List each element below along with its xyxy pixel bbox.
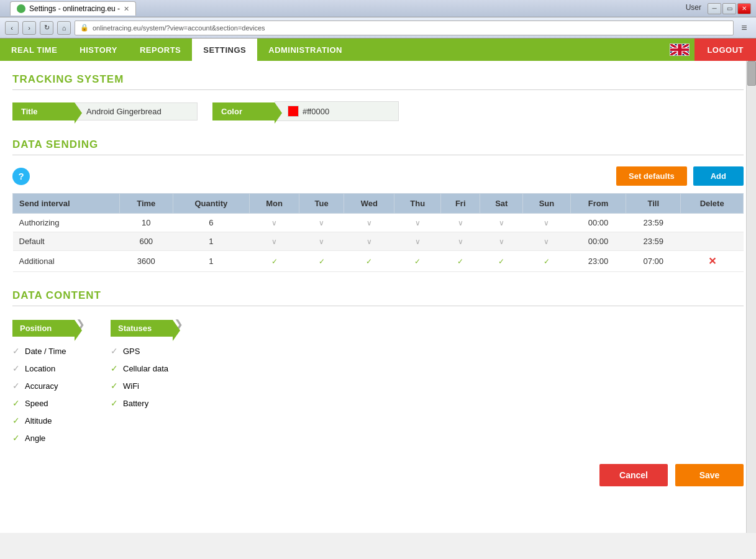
refresh-btn[interactable]: ↻ — [40, 21, 53, 35]
check-icon: ✓ — [111, 363, 118, 373]
td-tue[interactable]: ∨ — [299, 232, 344, 251]
item-label: Cellular data — [123, 364, 168, 373]
item-label: Date / Time — [25, 347, 66, 356]
td-sat[interactable]: ✓ — [480, 251, 523, 272]
td-tue[interactable]: ✓ — [299, 251, 344, 272]
td-sat[interactable]: ∨ — [480, 214, 523, 232]
th-time: Time — [119, 194, 173, 214]
item-label: Altitude — [25, 416, 52, 425]
position-items: ✓ Date / Time ✓ Location ✓ Accuracy ✓ Sp… — [12, 343, 86, 445]
td-sun[interactable]: ∨ — [523, 214, 570, 232]
save-btn[interactable]: Save — [675, 464, 744, 486]
delete-icon[interactable]: ✕ — [708, 256, 716, 266]
tracking-system-fields: Title Color #ff0000 — [12, 101, 744, 121]
data-sending-section: DATA SENDING ? Set defaults Add Send int… — [12, 139, 744, 272]
address-bar[interactable]: 🔒 onlinetracing.eu/system/?view=account&… — [75, 20, 734, 35]
table-row: Default 600 1 ∨ ∨ ∨ ∨ ∨ ∨ ∨ 00:00 23:59 — [13, 232, 744, 251]
tracking-system-title: TRACKING SYSTEM — [12, 73, 744, 90]
color-input-display[interactable]: #ff0000 — [275, 101, 399, 121]
tab-title: Settings - onlinetracing.eu - — [29, 4, 120, 13]
td-wed[interactable]: ∨ — [344, 214, 394, 232]
td-time: 600 — [119, 232, 173, 251]
color-swatch — [288, 106, 299, 117]
minimize-btn[interactable]: ─ — [708, 3, 721, 14]
nav-administration[interactable]: ADMINISTRATION — [257, 39, 353, 61]
set-defaults-btn[interactable]: Set defaults — [616, 166, 687, 186]
td-quantity: 6 — [173, 214, 250, 232]
action-row: Cancel Save — [12, 464, 744, 499]
statuses-item[interactable]: ✓ GPS — [111, 343, 184, 358]
help-btn[interactable]: ? — [12, 168, 30, 185]
position-item[interactable]: ✓ Speed — [12, 396, 86, 411]
dc-grid: Position ❯ ✓ Date / Time ✓ Location ✓ Ac… — [12, 317, 744, 445]
add-btn[interactable]: Add — [693, 166, 744, 186]
position-column: Position ❯ ✓ Date / Time ✓ Location ✓ Ac… — [12, 317, 86, 445]
position-label-row: Position ❯ — [12, 317, 86, 339]
position-item[interactable]: ✓ Date / Time — [12, 343, 86, 358]
forward-btn[interactable]: › — [22, 21, 36, 35]
td-thu[interactable]: ∨ — [394, 214, 441, 232]
cancel-btn[interactable]: Cancel — [599, 464, 668, 486]
home-btn[interactable]: ⌂ — [57, 21, 71, 35]
statuses-item[interactable]: ✓ Battery — [111, 396, 184, 411]
statuses-column: Statuses ❯ ✓ GPS ✓ Cellular data ✓ WiFi … — [111, 317, 184, 445]
nav-history[interactable]: HISTORY — [68, 39, 129, 61]
title-input[interactable] — [75, 102, 198, 120]
td-sat[interactable]: ∨ — [480, 232, 523, 251]
browser-titlebar: Settings - onlinetracing.eu - ✕ User ─ ▭… — [0, 0, 756, 17]
position-item[interactable]: ✓ Altitude — [12, 413, 86, 428]
td-mon[interactable]: ∨ — [250, 232, 299, 251]
td-thu[interactable]: ✓ — [394, 251, 441, 272]
td-tue[interactable]: ∨ — [299, 214, 344, 232]
back-btn[interactable]: ‹ — [5, 21, 19, 35]
td-fri[interactable]: ∨ — [441, 214, 480, 232]
td-fri[interactable]: ∨ — [441, 232, 480, 251]
logout-btn[interactable]: LOGOUT — [695, 39, 756, 61]
td-time: 3600 — [119, 251, 173, 272]
td-name: Additional — [13, 251, 120, 272]
td-sun[interactable]: ✓ — [523, 251, 570, 272]
statuses-item[interactable]: ✓ Cellular data — [111, 361, 184, 376]
check-icon: ✓ — [12, 381, 20, 391]
td-thu[interactable]: ∨ — [394, 232, 441, 251]
nav-settings[interactable]: SETTINGS — [192, 39, 257, 61]
td-sun[interactable]: ∨ — [523, 232, 570, 251]
td-from: 23:00 — [570, 251, 626, 272]
td-mon[interactable]: ✓ — [250, 251, 299, 272]
window-controls-right: User ─ ▭ ✕ — [681, 3, 751, 14]
color-label: Color — [212, 102, 275, 120]
item-label: Battery — [123, 399, 148, 408]
position-item[interactable]: ✓ Location — [12, 361, 86, 376]
td-delete[interactable]: ✕ — [681, 251, 744, 272]
td-quantity: 1 — [173, 251, 250, 272]
td-wed[interactable]: ✓ — [344, 251, 394, 272]
main-nav: REAL TIME HISTORY REPORTS SETTINGS ADMIN… — [0, 39, 756, 61]
close-btn[interactable]: ✕ — [737, 3, 751, 14]
td-fri[interactable]: ✓ — [441, 251, 480, 272]
check-icon: ✓ — [111, 398, 118, 408]
position-item[interactable]: ✓ Accuracy — [12, 378, 86, 393]
scrollbar[interactable] — [746, 61, 756, 533]
browser-menu-btn[interactable]: ≡ — [737, 21, 751, 35]
table-header-row: Send interval Time Quantity Mon Tue Wed … — [13, 194, 744, 214]
page-content: TRACKING SYSTEM Title Color #ff0000 — [0, 61, 756, 533]
nav-realtime[interactable]: REAL TIME — [0, 39, 68, 61]
browser-tab[interactable]: Settings - onlinetracing.eu - ✕ — [10, 1, 136, 16]
td-time: 10 — [119, 214, 173, 232]
scrollbar-thumb[interactable] — [747, 61, 756, 86]
statuses-item[interactable]: ✓ WiFi — [111, 378, 184, 393]
item-label: Speed — [25, 399, 48, 408]
nav-reports[interactable]: REPORTS — [129, 39, 192, 61]
th-from: From — [570, 194, 626, 214]
table-row: Authorizing 10 6 ∨ ∨ ∨ ∨ ∨ ∨ ∨ 00:00 23:… — [13, 214, 744, 232]
th-send-interval: Send interval — [13, 194, 120, 214]
td-wed[interactable]: ∨ — [344, 232, 394, 251]
tab-close-btn[interactable]: ✕ — [124, 5, 129, 13]
position-item[interactable]: ✓ Angle — [12, 430, 86, 445]
check-icon: ✓ — [111, 381, 118, 391]
td-mon[interactable]: ∨ — [250, 214, 299, 232]
check-icon: ✓ — [12, 346, 20, 356]
maximize-btn[interactable]: ▭ — [722, 3, 736, 14]
th-thu: Thu — [394, 194, 441, 214]
check-icon: ✓ — [12, 416, 20, 425]
